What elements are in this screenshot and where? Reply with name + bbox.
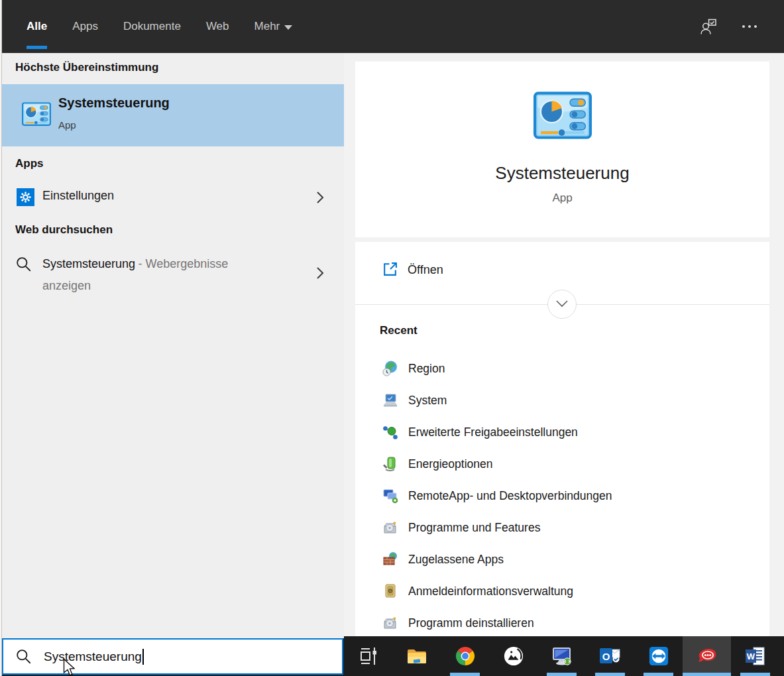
- control-panel-icon: [22, 102, 51, 126]
- recent-item-programme-features[interactable]: Programme und Features: [355, 512, 769, 543]
- recent-header: Recent: [380, 324, 418, 337]
- taskbar-word-button[interactable]: W: [731, 636, 779, 676]
- running-indicator: [683, 673, 731, 676]
- recent-item-label: RemoteApp- und Desktopverbindungen: [408, 489, 612, 503]
- settings-gear-icon: [17, 188, 34, 206]
- best-match-result[interactable]: Systemsteuerung App: [2, 84, 344, 146]
- taskbar-search-input[interactable]: Systemsteuerung: [2, 638, 343, 675]
- more-options-ellipsis-icon[interactable]: [740, 17, 759, 36]
- tab-web-label: Web: [206, 20, 229, 33]
- feedback-user-icon[interactable]: [699, 17, 718, 36]
- preview-panel: Systemsteuerung App Öffnen Recent: [344, 53, 784, 636]
- tab-apps[interactable]: Apps: [72, 0, 98, 53]
- taskbar-file-explorer-button[interactable]: [392, 636, 441, 676]
- apps-section-header: Apps: [15, 157, 44, 170]
- recent-item-label: Zugelassene Apps: [408, 553, 504, 567]
- recent-item-freigabe[interactable]: Erweiterte Freigabeeinstellungen: [355, 416, 769, 448]
- topbar-icons: [699, 17, 759, 36]
- open-action-label: Öffnen: [408, 263, 443, 277]
- recent-item-region[interactable]: Region: [355, 353, 769, 384]
- windows-search-flyout: Alle Apps Dokumente Web Mehr: [0, 0, 784, 676]
- firewall-wall-icon: [382, 551, 399, 568]
- tab-alle[interactable]: Alle: [27, 0, 47, 53]
- computer-icon: [382, 392, 399, 409]
- running-indicator: [740, 673, 770, 676]
- task-view-icon: [358, 646, 379, 666]
- best-match-type: App: [58, 119, 76, 131]
- taskbar: O: [344, 636, 784, 676]
- tab-dokumente-label: Dokumente: [123, 20, 181, 33]
- remote-desktop-icon: [382, 487, 399, 504]
- taskbar-task-view-button[interactable]: [344, 636, 392, 676]
- app-preview-card: Systemsteuerung App: [355, 62, 769, 237]
- best-match-title: Systemsteuerung: [58, 95, 170, 111]
- tab-alle-label: Alle: [27, 20, 47, 33]
- search-filter-bar: Alle Apps Dokumente Web Mehr: [2, 0, 784, 53]
- network-share-icon: [382, 423, 399, 441]
- search-input-value: Systemsteuerung: [44, 649, 142, 664]
- svg-text:O: O: [602, 651, 610, 662]
- recent-item-label: Energieoptionen: [408, 457, 492, 471]
- search-icon: [15, 648, 32, 665]
- search-icon: [15, 256, 32, 273]
- program-box-icon: [382, 519, 399, 536]
- recent-item-label: System: [408, 394, 447, 408]
- taskbar-rocket-chat-button[interactable]: [683, 636, 731, 676]
- recent-item-anmeldeinformationen[interactable]: Anmeldeinformationsverwaltung: [355, 575, 769, 607]
- taskbar-outlook-button[interactable]: O: [586, 636, 634, 676]
- tab-dokumente[interactable]: Dokumente: [123, 0, 181, 53]
- recent-item-remoteapp[interactable]: RemoteApp- und Desktopverbindungen: [355, 480, 769, 512]
- recent-item-label: Programm deinstallieren: [408, 616, 534, 630]
- mouse-cursor: [63, 658, 77, 676]
- tab-apps-label: Apps: [72, 20, 98, 33]
- taskbar-teamviewer-button[interactable]: [634, 636, 683, 676]
- chevron-down-icon: [555, 299, 569, 310]
- open-external-icon: [382, 261, 398, 278]
- running-indicator: [644, 673, 673, 676]
- power-battery-icon: [382, 455, 399, 473]
- tab-web[interactable]: Web: [206, 0, 229, 53]
- chrome-icon: [455, 646, 476, 667]
- recent-item-label: Programme und Features: [408, 521, 540, 535]
- web-result-suffix: - Webergebnisse: [139, 257, 229, 270]
- actions-and-recent-card: Öffnen Recent: [355, 242, 769, 636]
- chevron-down-icon: [284, 25, 292, 30]
- taskbar-remote-desktop-button[interactable]: [537, 636, 586, 676]
- running-indicator: [450, 673, 480, 676]
- web-result-query: Systemsteuerung: [42, 257, 135, 270]
- text-caret: [142, 649, 144, 665]
- result-einstellungen[interactable]: Einstellungen: [2, 180, 344, 215]
- web-result-line2: anzeigen: [42, 279, 91, 293]
- tab-mehr-label: Mehr: [254, 20, 280, 33]
- filter-tabs: Alle Apps Dokumente Web Mehr: [27, 0, 292, 53]
- control-panel-icon: [533, 91, 592, 139]
- recent-list: Region System: [355, 353, 769, 636]
- outlook-icon: O: [599, 646, 621, 667]
- result-web-search[interactable]: Systemsteuerung - Webergebnisse anzeigen: [2, 247, 344, 301]
- teamviewer-icon: [648, 646, 669, 667]
- recent-item-energie[interactable]: Energieoptionen: [355, 448, 769, 480]
- taskbar-photos-button[interactable]: [489, 636, 537, 676]
- taskbar-chrome-button[interactable]: [441, 636, 489, 676]
- photos-icon: [503, 646, 524, 667]
- recent-item-programm-deinstallieren[interactable]: Programm deinstallieren: [355, 607, 769, 636]
- best-match-header: Höchste Übereinstimmung: [15, 61, 158, 74]
- recent-item-label: Erweiterte Freigabeeinstellungen: [408, 425, 578, 439]
- recent-item-zugelassene-apps[interactable]: Zugelassene Apps: [355, 543, 769, 575]
- app-preview-type: App: [552, 192, 572, 205]
- file-explorer-icon: [406, 646, 428, 666]
- chevron-right-icon[interactable]: [315, 265, 325, 281]
- web-section-header: Web durchsuchen: [15, 223, 113, 237]
- tab-mehr[interactable]: Mehr: [254, 0, 293, 53]
- expand-results-button[interactable]: [547, 290, 577, 319]
- chevron-right-icon[interactable]: [315, 190, 325, 205]
- rocket-chat-icon: [696, 648, 718, 665]
- running-indicator: [595, 673, 625, 676]
- remote-desktop-icon: [551, 646, 573, 666]
- search-results-panel: Höchste Übereinstimmung Systemsteuerung …: [2, 53, 344, 638]
- web-result-line1: Systemsteuerung - Webergebnisse: [42, 257, 308, 271]
- recent-item-label: Region: [408, 362, 445, 376]
- word-icon: W: [745, 646, 766, 666]
- running-indicator: [547, 673, 577, 676]
- recent-item-system[interactable]: System: [355, 384, 769, 416]
